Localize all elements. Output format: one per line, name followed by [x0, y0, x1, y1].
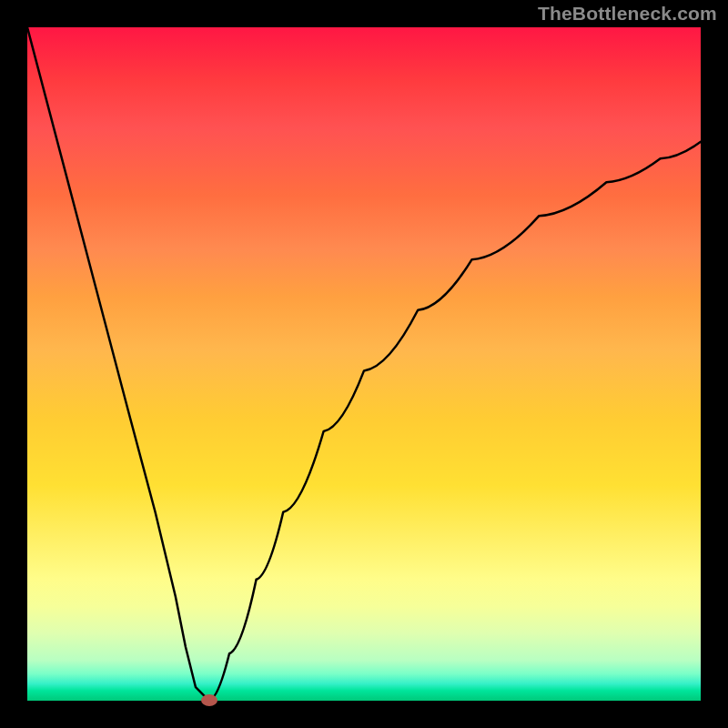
- chart-container: TheBottleneck.com: [0, 0, 728, 728]
- watermark-label: TheBottleneck.com: [538, 3, 717, 25]
- plot-area: [27, 27, 701, 701]
- min-point-marker: [201, 694, 217, 706]
- bottleneck-curve: [27, 27, 701, 701]
